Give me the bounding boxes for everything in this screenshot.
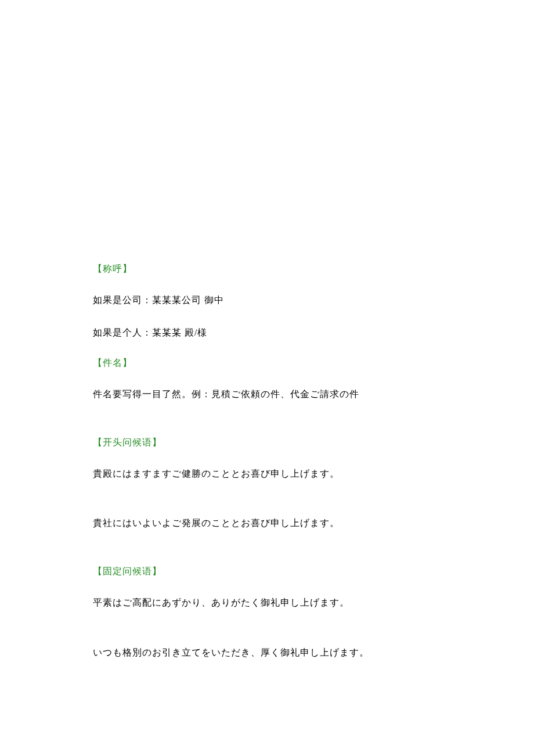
- section-heading-subject: 【件名】: [93, 357, 476, 369]
- body-text: いつも格別のお引き立てをいただき、厚く御礼申し上げます。: [93, 645, 476, 660]
- body-text: 貴社にはいよいよご発展のこととお喜び申し上げます。: [93, 516, 476, 531]
- section-heading-fixed-greeting: 【固定问候语】: [93, 566, 476, 578]
- section-heading-opening-greeting: 【开头问候语】: [93, 437, 476, 449]
- section-heading-salutation: 【称呼】: [93, 263, 476, 275]
- body-text: 如果是个人：某某某 殿/様: [93, 325, 476, 340]
- body-text: 平素はご高配にあずかり、ありがたく御礼申し上げます。: [93, 595, 476, 610]
- body-text: 件名要写得一目了然。例：見積ご依頼の件、代金ご請求の件: [93, 387, 476, 402]
- body-text: 如果是公司：某某某公司 御中: [93, 293, 476, 308]
- document-content: 【称呼】 如果是公司：某某某公司 御中 如果是个人：某某某 殿/様 【件名】 件…: [93, 263, 476, 660]
- body-text: 貴殿にはますますご健勝のこととお喜び申し上げます。: [93, 466, 476, 481]
